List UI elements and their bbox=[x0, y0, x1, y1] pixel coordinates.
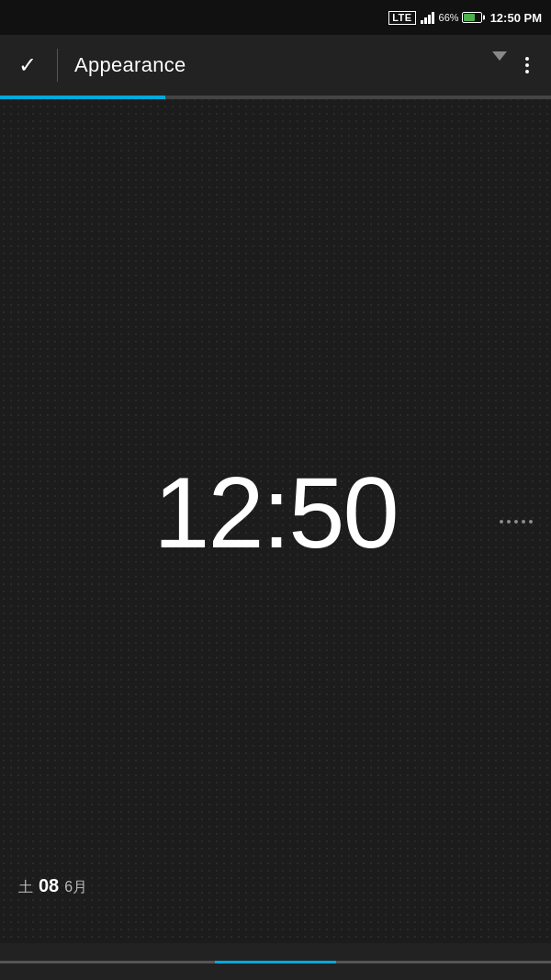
more-options-button[interactable] bbox=[518, 53, 536, 77]
page-title: Appearance bbox=[74, 53, 490, 77]
tab-active-indicator-top bbox=[0, 96, 165, 99]
battery-percent: 66% bbox=[439, 12, 459, 23]
tab-bar-bottom bbox=[0, 943, 551, 980]
title-arrow-icon bbox=[492, 51, 507, 61]
toolbar-divider bbox=[57, 49, 58, 82]
signal-icon bbox=[421, 11, 434, 24]
battery-icon bbox=[462, 12, 482, 23]
tab-inactive-left bbox=[0, 961, 215, 963]
dot-2 bbox=[525, 63, 529, 67]
main-content: 12:50 土 08 6月 bbox=[0, 99, 551, 943]
right-dot-5 bbox=[529, 520, 533, 524]
clock-display: 12:50 bbox=[153, 462, 397, 563]
tab-bar-top bbox=[0, 96, 551, 99]
status-bar: LTE 66% 12:50 PM bbox=[0, 0, 551, 35]
status-icons: LTE 66% 12:50 PM bbox=[388, 11, 542, 25]
toolbar: ✓ Appearance bbox=[0, 35, 551, 96]
battery-container: 66% bbox=[439, 12, 482, 23]
lte-icon: LTE bbox=[388, 11, 415, 25]
signal-bar-2 bbox=[424, 17, 427, 24]
tab-inactive-right bbox=[336, 961, 551, 963]
check-button[interactable]: ✓ bbox=[15, 49, 40, 82]
right-dot-1 bbox=[500, 520, 503, 524]
date-day: 08 bbox=[39, 875, 59, 896]
day-of-week: 土 bbox=[18, 878, 33, 897]
dot-3 bbox=[525, 70, 529, 73]
center-wrapper: 12:50 土 08 6月 bbox=[0, 99, 551, 943]
right-dots bbox=[500, 520, 533, 524]
signal-bar-1 bbox=[421, 20, 423, 24]
tab-active-indicator-bottom[interactable] bbox=[215, 961, 336, 963]
date-row: 土 08 6月 bbox=[18, 875, 87, 897]
right-dot-3 bbox=[514, 520, 518, 524]
battery-fill bbox=[464, 14, 475, 21]
signal-bar-3 bbox=[428, 15, 431, 24]
dot-1 bbox=[525, 57, 529, 61]
signal-bar-4 bbox=[432, 12, 434, 24]
status-time: 12:50 PM bbox=[490, 11, 542, 25]
date-month: 6月 bbox=[64, 878, 87, 897]
right-dot-2 bbox=[507, 520, 511, 524]
right-dot-4 bbox=[522, 520, 525, 524]
